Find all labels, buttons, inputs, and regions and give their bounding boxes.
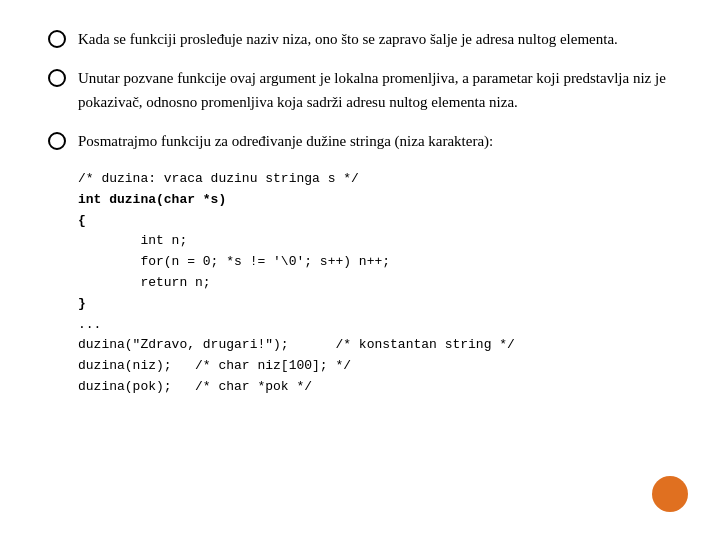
bullet-text-1: Kada se funkciji prosleđuje naziv niza, … [78,28,672,51]
code-block: /* duzina: vraca duzinu stringa s */ int… [78,169,672,398]
bullet-item-2: Unutar pozvane funkcije ovaj argument je… [48,67,672,114]
code-line-7: return n; [78,273,672,294]
code-line-3: int n; [78,231,672,252]
code-line-10: ... [78,315,672,336]
bullet-item-3: Posmatrajmo funkciju za određivanje duži… [48,130,672,153]
bullet-circle-2 [48,69,66,87]
bullet-circle-1 [48,30,66,48]
code-line-2: { [78,211,672,232]
orange-circle-decoration [652,476,688,512]
code-line-12: duzina("Zdravo, drugari!"); /* konstanta… [78,335,672,356]
code-line-5: for(n = 0; *s != '\0'; s++) n++; [78,252,672,273]
bullet-circle-3 [48,132,66,150]
code-line-13: duzina(niz); /* char niz[100]; */ [78,356,672,377]
code-line-8: } [78,294,672,315]
code-line-1: int duzina(char *s) [78,190,672,211]
bullet-item-1: Kada se funkciji prosleđuje naziv niza, … [48,28,672,51]
bullet-text-2: Unutar pozvane funkcije ovaj argument je… [78,67,672,114]
code-line-0: /* duzina: vraca duzinu stringa s */ [78,169,672,190]
bullet-text-3: Posmatrajmo funkciju za određivanje duži… [78,130,672,153]
code-line-14: duzina(pok); /* char *pok */ [78,377,672,398]
page: Kada se funkciji prosleđuje naziv niza, … [0,0,720,540]
